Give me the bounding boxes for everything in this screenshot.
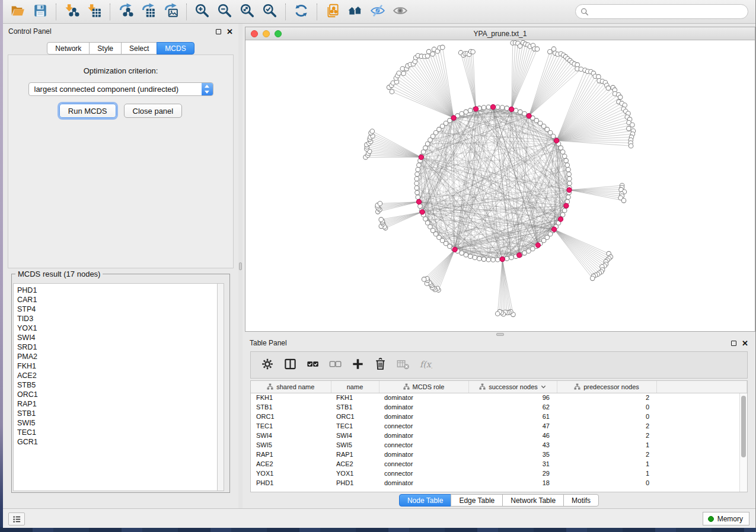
table-cell[interactable]: connector <box>379 469 468 478</box>
mcds-result-item[interactable]: ACE2 <box>17 371 217 380</box>
table-settings-button[interactable] <box>258 355 277 375</box>
delete-columns-button[interactable] <box>371 355 390 375</box>
table-cell[interactable]: 1 <box>557 459 656 469</box>
table-cell[interactable]: SWI5 <box>331 440 379 450</box>
table-cell[interactable]: ORC1 <box>331 412 379 421</box>
network-document-button[interactable] <box>321 2 344 22</box>
table-cell[interactable]: 0 <box>557 402 656 412</box>
table-cell[interactable]: dominator <box>379 402 468 412</box>
float-table-panel-icon[interactable] <box>731 341 736 346</box>
mcds-result-item[interactable]: TEC1 <box>17 428 217 437</box>
table-cell[interactable]: PHD1 <box>251 478 331 488</box>
table-cell[interactable]: FKH1 <box>331 393 379 402</box>
table-cell[interactable]: YOX1 <box>251 469 331 478</box>
close-panel-button[interactable]: Close panel <box>124 104 183 118</box>
table-cell[interactable]: 18 <box>468 478 557 488</box>
column-header-name[interactable]: name <box>331 381 379 393</box>
table-cell[interactable]: YOX1 <box>331 469 379 478</box>
mcds-result-item[interactable]: STP4 <box>17 305 217 314</box>
mcds-result-scrollbar[interactable] <box>217 283 224 491</box>
table-cell[interactable]: ACE2 <box>251 459 331 469</box>
table-row[interactable]: RAP1RAP1dominator352 <box>251 450 747 459</box>
save-session-button[interactable] <box>29 2 52 22</box>
table-cell[interactable]: dominator <box>379 412 468 421</box>
mcds-result-item[interactable]: CAR1 <box>17 295 217 305</box>
search-field[interactable] <box>575 4 748 19</box>
table-row[interactable]: TEC1TEC1connector472 <box>251 421 747 431</box>
network-canvas[interactable] <box>245 40 755 331</box>
zoom-out-button[interactable] <box>213 2 236 22</box>
table-row[interactable]: SWI5SWI5connector431 <box>251 440 747 450</box>
table-scrollbar[interactable] <box>739 393 747 492</box>
table-cell[interactable]: 29 <box>468 469 557 478</box>
table-cell[interactable]: 43 <box>468 440 557 450</box>
column-header-MCDS-role[interactable]: MCDS role <box>379 381 468 393</box>
refresh-layout-button[interactable] <box>290 2 312 22</box>
run-mcds-button[interactable]: Run MCDS <box>59 104 116 118</box>
mcds-result-item[interactable]: RAP1 <box>17 399 217 409</box>
table-cell[interactable]: 0 <box>557 478 656 488</box>
mcds-result-item[interactable]: SRD1 <box>17 342 217 352</box>
tab-network[interactable]: Network <box>47 42 90 55</box>
maximize-window-icon[interactable] <box>275 30 282 37</box>
table-cell[interactable]: 35 <box>468 450 557 459</box>
table-cell[interactable]: SWI5 <box>251 440 331 450</box>
table-cell[interactable]: ACE2 <box>331 459 379 469</box>
export-network-button[interactable] <box>114 2 137 22</box>
column-menu-chevron-icon[interactable] <box>541 384 546 389</box>
tab-mcds[interactable]: MCDS <box>157 42 194 55</box>
table-row[interactable]: ORC1ORC1dominator610 <box>251 412 747 421</box>
table-cell[interactable]: dominator <box>379 478 468 488</box>
table-cell[interactable]: 62 <box>468 402 557 412</box>
table-cell[interactable]: 2 <box>557 393 656 402</box>
float-panel-icon[interactable] <box>216 29 221 34</box>
open-file-button[interactable] <box>7 2 29 22</box>
column-header-successor-nodes[interactable]: successor nodes <box>468 381 557 393</box>
table-cell[interactable]: 2 <box>557 431 656 440</box>
table-cell[interactable]: 61 <box>468 412 557 421</box>
table-cell[interactable]: 1 <box>557 440 656 450</box>
mcds-result-item[interactable]: ORC1 <box>17 390 217 399</box>
zoom-fit-button[interactable] <box>236 2 259 22</box>
zoom-in-button[interactable] <box>191 2 213 22</box>
mcds-result-list[interactable]: PHD1CAR1STP4TID3YOX1SWI4SRD1PMA2FKH1ACE2… <box>13 283 218 491</box>
memory-button[interactable]: Memory <box>703 512 749 525</box>
mcds-result-item[interactable]: SWI4 <box>17 333 217 342</box>
import-table-button[interactable] <box>83 2 106 22</box>
table-cell[interactable]: 47 <box>468 421 557 431</box>
table-row[interactable]: YOX1YOX1connector291 <box>251 469 747 478</box>
table-cell[interactable]: RAP1 <box>331 450 379 459</box>
table-cell[interactable]: connector <box>379 459 468 469</box>
table-scrollbar-thumb[interactable] <box>741 396 746 457</box>
mcds-result-item[interactable]: FKH1 <box>17 361 217 371</box>
mcds-result-item[interactable]: YOX1 <box>17 323 217 333</box>
mcds-result-item[interactable]: STB5 <box>17 380 217 390</box>
column-header-shared-name[interactable]: shared name <box>251 381 331 393</box>
table-cell[interactable]: RAP1 <box>251 450 331 459</box>
table-cell[interactable]: TEC1 <box>251 421 331 431</box>
create-column-button[interactable] <box>348 355 367 375</box>
table-cell[interactable]: 2 <box>557 421 656 431</box>
table-cell[interactable]: FKH1 <box>251 393 331 402</box>
table-row[interactable]: STB1STB1dominator620 <box>251 402 747 412</box>
tab-style[interactable]: Style <box>89 42 122 55</box>
mcds-result-item[interactable]: PMA2 <box>17 352 217 361</box>
table-cell[interactable]: 2 <box>557 450 656 459</box>
table-cell[interactable]: 0 <box>557 412 656 421</box>
export-image-button[interactable] <box>160 2 182 22</box>
column-header-predecessor-nodes[interactable]: predecessor nodes <box>557 381 656 393</box>
table-cell[interactable]: 96 <box>468 393 557 402</box>
export-table-button[interactable] <box>137 2 160 22</box>
toggle-columns-button[interactable] <box>280 355 299 375</box>
mcds-result-item[interactable]: SWI5 <box>17 418 217 428</box>
show-graphics-details-button[interactable] <box>389 2 412 22</box>
table-cell[interactable]: TEC1 <box>331 421 379 431</box>
table-cell[interactable]: PHD1 <box>331 478 379 488</box>
home-view-button[interactable] <box>344 2 366 22</box>
deselect-all-columns-button[interactable] <box>326 355 344 375</box>
hide-graphics-details-button[interactable] <box>366 2 389 22</box>
table-cell[interactable]: SWI4 <box>251 431 331 440</box>
mcds-result-item[interactable]: TID3 <box>17 314 217 323</box>
import-network-button[interactable] <box>60 2 83 22</box>
table-cell[interactable]: 31 <box>468 459 557 469</box>
